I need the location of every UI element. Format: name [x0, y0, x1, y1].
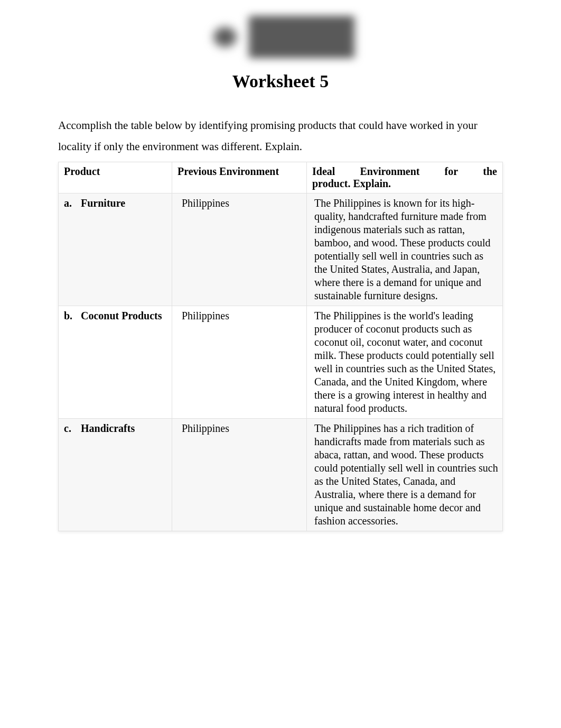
worksheet-title: Worksheet 5: [58, 71, 503, 91]
row-letter: a.: [64, 197, 73, 210]
header-ideal-word1: Ideal: [312, 165, 335, 178]
document-page: Worksheet 5 Accomplish the table below b…: [0, 16, 561, 531]
table-row: c. Handicrafts Philippines The Philippin…: [59, 418, 503, 531]
row-letter: c.: [64, 422, 73, 435]
header-product: Product: [59, 162, 172, 193]
header-ideal-line2: product. Explain.: [312, 178, 497, 190]
product-cell: c. Handicrafts: [59, 418, 172, 531]
products-table: Product Previous Environment Ideal Envir…: [58, 162, 503, 531]
product-name: Coconut Products: [81, 309, 162, 322]
product-name: Furniture: [81, 197, 125, 210]
previous-env-cell: Philippines: [172, 418, 307, 531]
header-ideal-word4: the: [483, 165, 497, 178]
ideal-env-cell: The Philippines has a rich tradition of …: [307, 418, 503, 531]
header-ideal-env: Ideal Environment for the product. Expla…: [307, 162, 503, 193]
table-row: b. Coconut Products Philippines The Phil…: [59, 306, 503, 418]
table-header-row: Product Previous Environment Ideal Envir…: [59, 162, 503, 193]
header-previous-env: Previous Environment: [172, 162, 307, 193]
logo-container: [58, 16, 503, 58]
blurred-logo: [199, 16, 362, 58]
previous-env-cell: Philippines: [172, 193, 307, 306]
product-name: Handicrafts: [81, 422, 135, 435]
ideal-env-cell: The Philippines is the world's leading p…: [307, 306, 503, 418]
ideal-env-cell: The Philippines is known for its high-qu…: [307, 193, 503, 306]
row-letter: b.: [64, 309, 73, 322]
header-ideal-word3: for: [445, 165, 459, 178]
product-cell: b. Coconut Products: [59, 306, 172, 418]
header-ideal-word2: Environment: [360, 165, 419, 178]
product-cell: a. Furniture: [59, 193, 172, 306]
instructions-text: Accomplish the table below by identifyin…: [58, 115, 503, 158]
previous-env-cell: Philippines: [172, 306, 307, 418]
table-row: a. Furniture Philippines The Philippines…: [59, 193, 503, 306]
